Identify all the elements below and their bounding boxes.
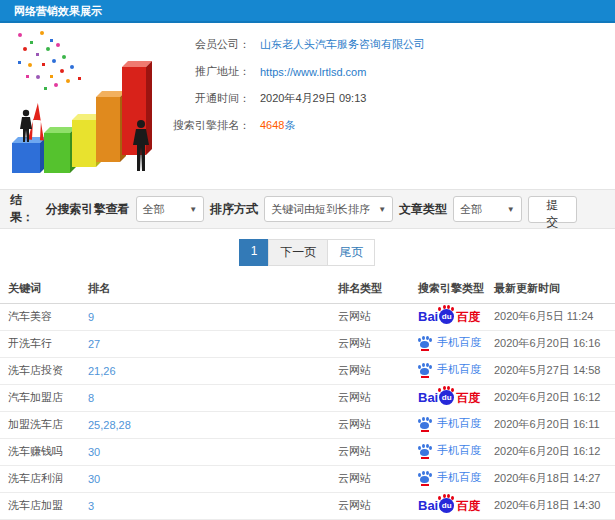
rank-cell[interactable]: 30 bbox=[88, 438, 338, 465]
promo-url-label: 推广地址： bbox=[170, 64, 250, 79]
engine-cell: 手机百度 bbox=[418, 330, 494, 357]
table-row: 开洗车行 27 云网站 手机百度 2020年6月20日 16:16 bbox=[0, 330, 615, 357]
baidu-mobile-paw-part bbox=[421, 430, 429, 432]
open-time-value: 2020年4月29日 09:13 bbox=[260, 91, 366, 106]
last-page-button[interactable]: 尾页 bbox=[327, 239, 375, 266]
baidu-mobile-label: 手机百度 bbox=[437, 337, 481, 348]
rank-type-cell: 云网站 bbox=[338, 303, 418, 330]
app-title-bar: 网络营销效果展示 bbox=[0, 0, 615, 23]
baidu-mobile-paw-part bbox=[418, 473, 421, 477]
rank-cell[interactable]: 8 bbox=[88, 384, 338, 411]
rank-cell[interactable]: 3 bbox=[88, 492, 338, 519]
header-keyword: 关键词 bbox=[0, 275, 88, 303]
baidu-mobile-label: 手机百度 bbox=[437, 445, 481, 456]
rank-type-cell: 云网站 bbox=[338, 492, 418, 519]
engine-filter-value: 全部 bbox=[143, 202, 165, 217]
sort-label: 排序方式 bbox=[210, 201, 258, 218]
baidu-paw-icon: du bbox=[439, 309, 454, 324]
updated-cell: 2020年6月18日 14:27 bbox=[494, 465, 615, 492]
baidu-mobile-paw-part bbox=[429, 446, 432, 450]
next-page-button[interactable]: 下一页 bbox=[268, 239, 328, 266]
rank-cell[interactable]: 27 bbox=[88, 330, 338, 357]
baidu-mobile-logo: 手机百度 bbox=[418, 471, 481, 484]
engine-cell: Baidu百度 bbox=[418, 384, 494, 411]
keyword-cell: 洗车店投资 bbox=[0, 357, 88, 384]
company-link[interactable]: 山东老人头汽车服务咨询有限公司 bbox=[260, 37, 425, 52]
baidu-pc-logo: Baidu百度 bbox=[418, 498, 480, 513]
baidu-mobile-paw-part bbox=[421, 376, 429, 378]
filter-controls: 分搜索引擎查看 全部 ▼ 排序方式 关键词由短到长排序 ▼ 文章类型 全部 ▼ … bbox=[46, 196, 577, 223]
keyword-cell: 洗车店利润 bbox=[0, 465, 88, 492]
baidu-mobile-paw-icon bbox=[418, 471, 432, 484]
marketing-bar-chart-illustration bbox=[0, 25, 170, 185]
baidu-mobile-paw-part bbox=[422, 336, 425, 340]
baidu-mobile-label: 手机百度 bbox=[437, 364, 481, 375]
rank-cell[interactable]: 21,26 bbox=[88, 357, 338, 384]
baidu-mobile-paw-part bbox=[418, 365, 421, 369]
keyword-cell: 汽车美容 bbox=[0, 303, 88, 330]
page-title: 网络营销效果展示 bbox=[14, 5, 102, 17]
baidu-pc-logo: Baidu百度 bbox=[418, 309, 480, 324]
baidu-mobile-paw-part bbox=[420, 341, 429, 348]
engine-cell: 手机百度 bbox=[418, 357, 494, 384]
pagination-wrap: 1 下一页 尾页 bbox=[0, 229, 615, 275]
baidu-mobile-paw-part bbox=[420, 368, 429, 375]
baidu-mobile-paw-icon bbox=[418, 417, 432, 430]
baidu-mobile-paw-icon bbox=[418, 336, 432, 349]
engine-filter-label: 分搜索引擎查看 bbox=[46, 201, 130, 218]
sort-select[interactable]: 关键词由短到长排序 ▼ bbox=[264, 196, 393, 222]
baidu-mobile-paw-part bbox=[420, 476, 429, 483]
baidu-mobile-paw-part bbox=[429, 473, 432, 477]
baidu-mobile-logo: 手机百度 bbox=[418, 363, 481, 376]
rank-type-cell: 云网站 bbox=[338, 384, 418, 411]
rank-type-cell: 云网站 bbox=[338, 357, 418, 384]
updated-cell: 2020年6月20日 16:12 bbox=[494, 384, 615, 411]
keyword-cell: 汽车加盟店 bbox=[0, 384, 88, 411]
engine-rank-count: 4648 bbox=[260, 119, 284, 131]
baidu-logo-text: Bai bbox=[418, 499, 438, 512]
table-row: 洗车店加盟 3 云网站 Baidu百度 2020年6月18日 14:30 bbox=[0, 492, 615, 519]
baidu-paw-icon: du bbox=[439, 390, 454, 405]
table-row: 加盟洗车店 25,28,28 云网站 手机百度 2020年6月20日 16:11 bbox=[0, 411, 615, 438]
baidu-logo-du-text: du bbox=[439, 390, 454, 405]
updated-cell: 2020年6月20日 16:16 bbox=[494, 330, 615, 357]
submit-button[interactable]: 提交 bbox=[528, 196, 577, 223]
article-type-value: 全部 bbox=[460, 202, 482, 217]
rank-cell[interactable]: 30 bbox=[88, 465, 338, 492]
page-1-button[interactable]: 1 bbox=[239, 239, 270, 266]
article-type-select[interactable]: 全部 ▼ bbox=[453, 196, 522, 222]
baidu-logo-text: Bai bbox=[418, 310, 438, 323]
chevron-down-icon: ▼ bbox=[378, 205, 386, 214]
baidu-mobile-paw-icon bbox=[418, 444, 432, 457]
table-row: 洗车店利润 30 云网站 手机百度 2020年6月18日 14:27 bbox=[0, 465, 615, 492]
baidu-logo-du-text: du bbox=[439, 309, 454, 324]
baidu-logo-hanzi: 百度 bbox=[456, 311, 480, 323]
info-row-open-time: 开通时间： 2020年4月29日 09:13 bbox=[170, 85, 615, 112]
engine-filter-select[interactable]: 全部 ▼ bbox=[136, 196, 205, 222]
baidu-mobile-label: 手机百度 bbox=[437, 418, 481, 429]
rank-cell[interactable]: 25,28,28 bbox=[88, 411, 338, 438]
baidu-mobile-label: 手机百度 bbox=[437, 472, 481, 483]
baidu-mobile-paw-part bbox=[418, 419, 421, 423]
baidu-mobile-paw-icon bbox=[418, 363, 432, 376]
baidu-mobile-paw-part bbox=[422, 417, 425, 421]
baidu-mobile-logo: 手机百度 bbox=[418, 336, 481, 349]
engine-rank-label: 搜索引擎排名： bbox=[170, 118, 250, 133]
engine-cell: 手机百度 bbox=[418, 465, 494, 492]
article-type-label: 文章类型 bbox=[399, 201, 447, 218]
rank-cell[interactable]: 9 bbox=[88, 303, 338, 330]
keyword-cell: 洗车赚钱吗 bbox=[0, 438, 88, 465]
updated-cell: 2020年5月27日 14:58 bbox=[494, 357, 615, 384]
table-header-row: 关键词 排名 排名类型 搜索引擎类型 最新更新时间 bbox=[0, 275, 615, 303]
info-row-url: 推广地址： https://www.lrtlsd.com bbox=[170, 58, 615, 85]
promo-url-link[interactable]: https://www.lrtlsd.com bbox=[260, 66, 366, 78]
baidu-mobile-paw-part bbox=[421, 484, 429, 486]
baidu-paw-icon: du bbox=[439, 498, 454, 513]
engine-cell: Baidu百度 bbox=[418, 303, 494, 330]
rank-type-cell: 云网站 bbox=[338, 438, 418, 465]
baidu-mobile-paw-part bbox=[418, 338, 421, 342]
table-row: 洗车店投资 21,26 云网站 手机百度 2020年5月27日 14:58 bbox=[0, 357, 615, 384]
updated-cell: 2020年6月5日 11:24 bbox=[494, 303, 615, 330]
results-table: 关键词 排名 排名类型 搜索引擎类型 最新更新时间 汽车美容 9 云网站 Bai… bbox=[0, 275, 615, 520]
engine-rank-unit: 条 bbox=[284, 119, 295, 131]
